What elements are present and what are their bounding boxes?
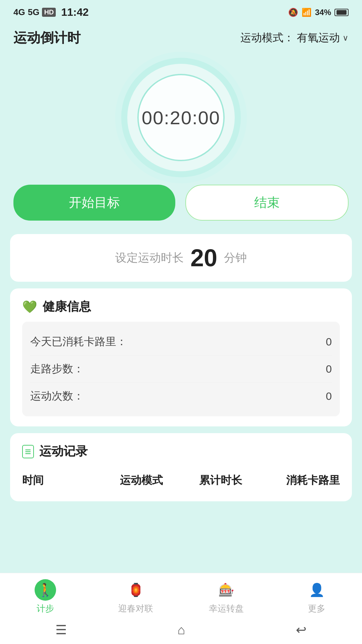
status-right: 🔕 📶 34% [288,8,349,17]
system-nav-bar: ☰ ⌂ ↩ [0,618,362,644]
back-button[interactable]: ↩ [296,623,307,637]
timer-outer-ring: 00:20:00 [127,64,235,171]
nav-item-wheel[interactable]: 🎰 幸运转盘 [206,579,246,614]
duration-card: 设定运动时长 20 分钟 [10,234,352,282]
nav-item-pedometer[interactable]: 🚶 计步 [25,579,65,614]
nav-label-couplet: 迎春对联 [118,603,153,614]
timer-section: 00:20:00 [0,50,362,181]
network-5g: 5G [28,7,40,17]
calories-label: 今天已消耗卡路里： [30,334,127,349]
wifi-icon: 📶 [302,8,312,17]
nav-label-more: 更多 [308,603,325,614]
duration-value[interactable]: 20 [190,244,217,272]
records-card-header: ≡ 运动记录 [22,443,340,460]
alarm-icon: 🔕 [288,8,298,17]
status-bar: 4G 5G HD 11:42 🔕 📶 34% [0,0,362,22]
end-button[interactable]: 结束 [185,185,349,221]
chevron-down-icon: ∨ [343,33,349,43]
col-mode: 运动模式 [102,473,181,488]
health-card-header: 💚 健康信息 [22,298,340,315]
mode-value: 有氧运动 [297,31,340,45]
col-duration: 累计时长 [181,473,261,488]
calories-value: 0 [326,336,332,348]
steps-value: 0 [326,363,332,375]
nav-label-wheel: 幸运转盘 [209,603,244,614]
menu-button[interactable]: ☰ [55,623,67,637]
nav-label-pedometer: 计步 [37,603,54,614]
col-calories: 消耗卡路里 [261,473,340,488]
status-time: 11:42 [61,6,89,18]
exercises-label: 运动次数： [30,389,84,404]
duration-unit: 分钟 [224,250,247,266]
bottom-navigation: 🚶 计步 🏮 迎春对联 🎰 幸运转盘 👤 更多 ☰ ⌂ ↩ [0,573,362,644]
pedometer-icon: 🚶 [35,579,56,601]
wheel-icon: 🎰 [216,579,237,601]
timer-inner-circle: 00:20:00 [137,74,225,161]
battery-icon [334,9,349,16]
network-4g: 4G [13,7,25,17]
mode-selector[interactable]: 运动模式： 有氧运动 ∨ [240,31,349,45]
couplet-icon: 🏮 [125,579,146,601]
mode-label: 运动模式： [240,31,294,45]
battery-percent: 34% [315,8,331,17]
nav-item-more[interactable]: 👤 更多 [297,579,337,614]
health-card-title: 健康信息 [43,298,91,315]
records-icon: ≡ [22,445,34,458]
health-data-container: 今天已消耗卡路里： 0 走路步数： 0 运动次数： 0 [22,322,340,416]
hd-badge: HD [42,8,56,17]
exercises-value: 0 [326,390,332,403]
home-button[interactable]: ⌂ [178,623,185,637]
health-card: 💚 健康信息 今天已消耗卡路里： 0 走路步数： 0 运动次数： 0 [10,288,352,426]
nav-item-couplet[interactable]: 🏮 迎春对联 [116,579,156,614]
nav-items-container: 🚶 计步 🏮 迎春对联 🎰 幸运转盘 👤 更多 [0,573,362,618]
timer-display: 00:20:00 [142,107,220,129]
duration-label: 设定运动时长 [115,250,184,266]
health-row-exercises: 运动次数： 0 [30,383,332,410]
start-button[interactable]: 开始目标 [13,185,175,221]
steps-label: 走路步数： [30,362,84,376]
status-left: 4G 5G HD 11:42 [13,6,89,18]
health-icon: 💚 [22,300,37,314]
records-card-title: 运动记录 [39,443,88,460]
action-buttons: 开始目标 结束 [0,181,362,231]
records-table-header: 时间 运动模式 累计时长 消耗卡路里 [22,466,340,491]
more-icon: 👤 [306,579,327,601]
health-row-calories: 今天已消耗卡路里： 0 [30,328,332,356]
app-header: 运动倒计时 运动模式： 有氧运动 ∨ [0,22,362,50]
records-card: ≡ 运动记录 时间 运动模式 累计时长 消耗卡路里 [10,433,352,501]
health-row-steps: 走路步数： 0 [30,356,332,383]
col-time: 时间 [22,473,102,488]
page-title: 运动倒计时 [13,29,81,47]
